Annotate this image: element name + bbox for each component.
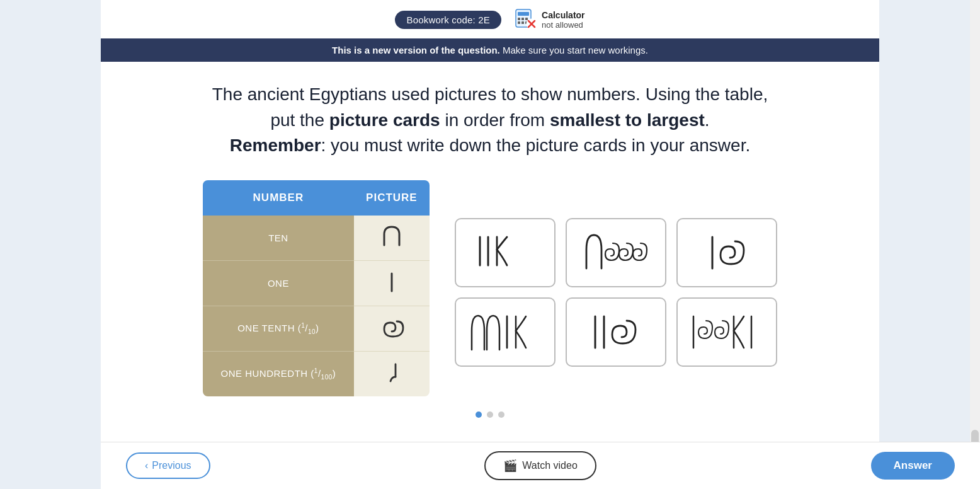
pagination	[101, 411, 879, 418]
question-bold-3: Remember	[230, 135, 321, 155]
picture-card-5[interactable]	[566, 297, 666, 367]
table-row-tenth: ONE TENTH (1/10)	[203, 306, 430, 351]
question-bold-1: picture cards	[329, 110, 440, 130]
table-label-hundredth: ONE HUNDREDTH (1/100)	[203, 351, 354, 396]
picture-card-1[interactable]	[455, 218, 556, 287]
svg-rect-3	[521, 18, 524, 20]
bottom-nav: ‹ Previous 🎬 Watch video Answer	[101, 442, 980, 489]
watch-video-button[interactable]: 🎬 Watch video	[484, 451, 596, 480]
svg-rect-6	[521, 21, 524, 24]
page-dot-2[interactable]	[487, 411, 493, 418]
table-label-tenth: ONE TENTH (1/10)	[203, 306, 354, 351]
bookwork-label: Bookwork code: 2E	[406, 14, 490, 25]
top-bar: Bookwork code: 2E	[101, 0, 879, 38]
table-label-one: ONE	[203, 260, 354, 306]
table-row-one: ONE	[203, 260, 430, 306]
svg-rect-5	[518, 21, 520, 24]
calculator-label: Calculator	[542, 10, 584, 20]
answer-button[interactable]: Answer	[871, 452, 955, 480]
previous-chevron-icon: ‹	[145, 460, 148, 471]
notice-bold: This is a new version of the question.	[332, 45, 500, 55]
notice-normal: Make sure you start new workings.	[503, 45, 648, 55]
table-header-picture: PICTURE	[354, 180, 430, 216]
calculator-icon	[514, 8, 537, 32]
calculator-status: not allowed	[542, 20, 584, 30]
bookwork-badge: Bookwork code: 2E	[395, 11, 501, 29]
picture-card-3[interactable]	[676, 218, 777, 287]
svg-rect-4	[525, 18, 528, 20]
svg-rect-1	[518, 12, 529, 16]
watch-video-label: Watch video	[522, 460, 577, 471]
page-dot-3[interactable]	[498, 411, 504, 418]
svg-rect-2	[518, 18, 520, 20]
cards-grid	[455, 218, 777, 367]
table-symbol-one	[354, 260, 430, 306]
calculator-info: Calculator not allowed	[514, 8, 584, 32]
previous-button[interactable]: ‹ Previous	[126, 452, 210, 479]
table-symbol-tenth	[354, 306, 430, 351]
egyptian-table: NUMBER PICTURE TEN ONE	[203, 180, 430, 396]
picture-card-2[interactable]	[566, 218, 666, 287]
table-label-ten: TEN	[203, 216, 354, 261]
question-bold-2: smallest to largest	[550, 110, 705, 130]
picture-card-6[interactable]	[676, 297, 777, 367]
content-area: NUMBER PICTURE TEN ONE	[101, 180, 879, 396]
previous-label: Previous	[152, 460, 191, 471]
table-symbol-hundredth	[354, 351, 430, 396]
table-header-number: NUMBER	[203, 180, 354, 216]
table-symbol-ten	[354, 216, 430, 261]
video-icon: 🎬	[503, 459, 517, 473]
question-text: The ancient Egyptians used pictures to s…	[101, 62, 879, 174]
table-row-hundredth: ONE HUNDREDTH (1/100)	[203, 351, 430, 396]
picture-card-4[interactable]	[455, 297, 556, 367]
answer-label: Answer	[894, 459, 932, 471]
calculator-text: Calculator not allowed	[542, 10, 584, 30]
notice-banner: This is a new version of the question. M…	[101, 38, 879, 62]
table-row-ten: TEN	[203, 216, 430, 261]
page-dot-1[interactable]	[476, 411, 482, 418]
